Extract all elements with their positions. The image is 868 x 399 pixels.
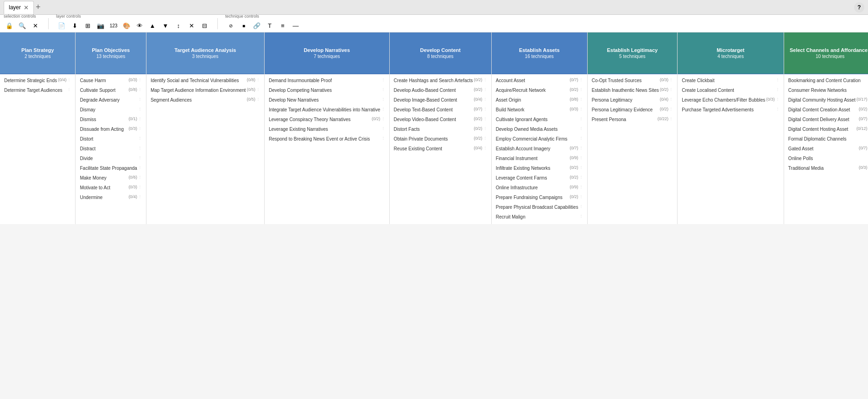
technique-item[interactable]: Reuse Existing Content(0/4)⋮	[392, 144, 489, 153]
technique-item[interactable]: Divide⋮	[77, 154, 144, 163]
new-tab-btn[interactable]: +	[36, 2, 41, 12]
technique-item[interactable]: Cultivate Ignorant Agents⋮	[494, 115, 585, 124]
technique-item[interactable]: Create Hashtags and Search Artefacts(0/2…	[392, 76, 489, 85]
drag-handle-icon[interactable]: ⋮	[138, 77, 142, 82]
drag-handle-icon[interactable]: ⋮	[483, 87, 487, 91]
tab-close-btn[interactable]: ✕	[24, 4, 29, 11]
technique-item[interactable]: Prepare Fundraising Campaigns(0/2)⋮	[494, 193, 585, 202]
drag-handle-icon[interactable]: ⋮	[579, 87, 583, 91]
technique-item[interactable]: Obtain Private Documents(0/2)⋮	[392, 135, 489, 143]
fill-btn[interactable]: ■	[238, 20, 249, 32]
technique-item[interactable]: Leverage Existing Narratives⋮	[266, 125, 387, 134]
drag-handle-icon[interactable]: ⋮	[138, 165, 142, 169]
drag-handle-icon[interactable]: ⋮	[579, 185, 583, 189]
drag-handle-icon[interactable]: ⋮	[579, 165, 583, 169]
technique-item[interactable]: Distort Facts(0/2)⋮	[392, 125, 489, 134]
technique-item[interactable]: Dismay⋮	[77, 105, 144, 114]
download-btn[interactable]: ⬇	[69, 20, 80, 32]
layout-btn[interactable]: ⊟	[199, 20, 210, 32]
technique-item[interactable]: Online Polls⋮	[786, 154, 868, 163]
drag-handle-icon[interactable]: ⋮	[579, 107, 583, 111]
help-button[interactable]: ?	[854, 2, 864, 13]
drag-handle-icon[interactable]: ⋮	[483, 126, 487, 130]
technique-item[interactable]: Digital Content Creation Asset(0/2)⋮	[786, 105, 868, 114]
drag-handle-icon[interactable]: ⋮	[579, 136, 583, 140]
drag-handle-icon[interactable]: ⋮	[381, 87, 385, 91]
drag-handle-icon[interactable]: ⋮	[579, 214, 583, 218]
technique-item[interactable]: Employ Commercial Analytic Firms⋮	[494, 135, 585, 143]
drag-handle-icon[interactable]: ⋮	[138, 146, 142, 150]
technique-item[interactable]: Respond to Breaking News Event or Active…	[266, 135, 387, 143]
technique-item[interactable]: Create Localised Content⋮	[679, 86, 782, 95]
drag-handle-icon[interactable]: ⋮	[256, 97, 260, 101]
technique-item[interactable]: Dismiss(0/1)⋮	[77, 115, 144, 124]
up-btn[interactable]: ▲	[147, 20, 158, 32]
technique-item[interactable]: Leverage Content Farms(0/2)⋮	[494, 174, 585, 182]
technique-item[interactable]: Develop New Narratives⋮	[266, 96, 387, 104]
drag-handle-icon[interactable]: ⋮	[256, 77, 260, 82]
technique-item[interactable]: Establish Account Imagery(0/7)⋮	[494, 144, 585, 153]
drag-handle-icon[interactable]: ⋮	[776, 87, 779, 91]
drag-handle-icon[interactable]: ⋮	[776, 77, 779, 82]
drag-handle-icon[interactable]: ⋮	[669, 107, 673, 111]
drag-handle-icon[interactable]: ⋮	[483, 116, 487, 121]
lock-btn[interactable]: 🔒	[4, 20, 15, 32]
num-btn[interactable]: 123	[108, 20, 119, 32]
technique-item[interactable]: Leverage Echo Chambers/Filter Bubbles(0/…	[679, 96, 782, 104]
technique-item[interactable]: Develop Audio-Based Content(0/2)⋮	[392, 86, 489, 95]
technique-item[interactable]: Establish Inauthentic News Sites(0/2)⋮	[589, 86, 676, 95]
drag-handle-icon[interactable]: ⋮	[256, 87, 260, 91]
technique-item[interactable]: Demand Insurmountable Proof⋮	[266, 76, 387, 85]
technique-item[interactable]: Degrade Adversary⋮	[77, 96, 144, 104]
drag-handle-icon[interactable]: ⋮	[483, 136, 487, 140]
drag-handle-icon[interactable]: ⋮	[138, 97, 142, 101]
technique-item[interactable]: Make Money(0/6)⋮	[77, 174, 144, 182]
technique-item[interactable]: Infiltrate Existing Networks(0/2)⋮	[494, 164, 585, 173]
technique-item[interactable]: Cause Harm(0/3)⋮	[77, 76, 144, 85]
matrix-container[interactable]: Plan Strategy2 techniquesDetermine Strat…	[0, 32, 868, 399]
drag-handle-icon[interactable]: ⋮	[669, 97, 673, 101]
drag-handle-icon[interactable]: ⋮	[67, 77, 71, 82]
technique-item[interactable]: Distract⋮	[77, 144, 144, 153]
technique-item[interactable]: Bookmarking and Content Curation⋮	[786, 76, 868, 85]
drag-handle-icon[interactable]: ⋮	[138, 87, 142, 91]
drag-handle-icon[interactable]: ⋮	[579, 97, 583, 101]
search-btn[interactable]: 🔍	[17, 20, 28, 32]
technique-item[interactable]: Develop Owned Media Assets⋮	[494, 125, 585, 134]
technique-item[interactable]: Account Asset(0/7)⋮	[494, 76, 585, 85]
drag-handle-icon[interactable]: ⋮	[138, 194, 142, 199]
drag-handle-icon[interactable]: ⋮	[579, 126, 583, 130]
technique-item[interactable]: Undermine(0/4)⋮	[77, 193, 144, 202]
technique-item[interactable]: Determine Strategic Ends(0/4)⋮	[2, 76, 73, 85]
technique-item[interactable]: Digital Content Delivery Asset(0/7)⋮	[786, 115, 868, 124]
camera-btn[interactable]: 📷	[95, 20, 106, 32]
drag-handle-icon[interactable]: ⋮	[483, 97, 487, 101]
technique-item[interactable]: Asset Origin(0/8)⋮	[494, 96, 585, 104]
clear-selection-btn[interactable]: ✕	[30, 20, 41, 32]
list-btn[interactable]: ≡	[277, 20, 288, 32]
technique-item[interactable]: Purchase Targeted Advertisements⋮	[679, 105, 782, 114]
technique-item[interactable]: Consumer Review Networks⋮	[786, 86, 868, 95]
drag-handle-icon[interactable]: ⋮	[579, 146, 583, 150]
drag-handle-icon[interactable]: ⋮	[138, 126, 142, 130]
drag-handle-icon[interactable]: ⋮	[579, 204, 583, 208]
technique-item[interactable]: Integrate Target Audience Vulnerabilitie…	[266, 105, 387, 114]
drag-handle-icon[interactable]: ⋮	[579, 175, 583, 179]
text-btn[interactable]: T	[264, 20, 275, 32]
technique-item[interactable]: Develop Competing Narratives⋮	[266, 86, 387, 95]
technique-item[interactable]: Determine Target Audiences⋮	[2, 86, 73, 95]
expand-btn[interactable]: ↕	[173, 20, 184, 32]
drag-handle-icon[interactable]: ⋮	[579, 77, 583, 82]
technique-item[interactable]: Map Target Audience Information Environm…	[148, 86, 262, 95]
technique-item[interactable]: Dissuade from Acting(0/3)⋮	[77, 125, 144, 134]
drag-handle-icon[interactable]: ⋮	[669, 116, 673, 121]
drag-handle-icon[interactable]: ⋮	[381, 116, 385, 121]
down-btn[interactable]: ▼	[160, 20, 171, 32]
technique-item[interactable]: Facilitate State Propaganda⋮	[77, 164, 144, 173]
technique-item[interactable]: Develop Image-Based Content(0/4)⋮	[392, 96, 489, 104]
drag-handle-icon[interactable]: ⋮	[381, 97, 385, 101]
drag-handle-icon[interactable]: ⋮	[138, 175, 142, 179]
drag-handle-icon[interactable]: ⋮	[138, 116, 142, 121]
drag-handle-icon[interactable]: ⋮	[138, 136, 142, 140]
technique-item[interactable]: Leverage Conspiracy Theory Narratives(0/…	[266, 115, 387, 124]
